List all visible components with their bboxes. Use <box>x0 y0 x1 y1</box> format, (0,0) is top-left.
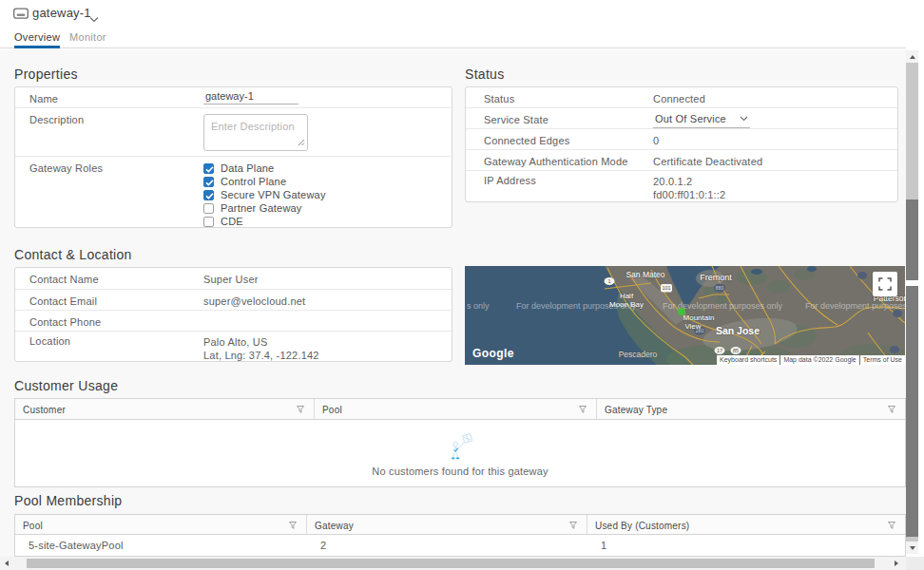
terms-of-use-link[interactable]: Terms of Use <box>860 355 905 365</box>
tab-bar: Overview Monitor <box>0 28 906 48</box>
role-partner-gateway[interactable]: Partner Gateway <box>203 201 326 215</box>
scrollbar-thumb[interactable] <box>906 200 918 280</box>
resize-handle-icon[interactable] <box>298 137 305 148</box>
description-row: Description Enter Description <box>15 107 452 156</box>
customer-usage-empty: No customers found for this gateway <box>15 420 905 486</box>
table-row[interactable]: 5-site-GatewayPool 2 1 <box>15 535 905 556</box>
description-label: Description <box>15 108 203 156</box>
keyboard-shortcuts-link[interactable]: Keyboard shortcuts <box>717 355 780 365</box>
location-map[interactable]: 1 101 880 280 17 85 San Mateo <box>465 266 905 365</box>
role-control-plane[interactable]: Control Plane <box>203 175 326 188</box>
filter-icon[interactable] <box>288 521 298 532</box>
gateway-cell: 2 <box>307 535 587 556</box>
service-state-select[interactable]: Out Of Service <box>653 113 750 128</box>
used-by-cell: 1 <box>587 535 905 556</box>
filter-icon[interactable] <box>887 521 896 532</box>
column-customer[interactable]: Customer <box>15 399 315 419</box>
location-row: Location Palo Alto, US Lat, Lng: 37.4, -… <box>15 331 452 363</box>
pool-membership-heading: Pool Membership <box>14 493 122 508</box>
column-gateway-type[interactable]: Gateway Type <box>597 399 905 419</box>
contact-panel: Contact Name Super User Contact Email su… <box>14 267 452 362</box>
svg-text:85: 85 <box>733 348 739 353</box>
svg-text:San Mateo: San Mateo <box>626 270 664 279</box>
google-logo[interactable]: Google <box>472 347 514 360</box>
column-pool[interactable]: Pool <box>315 399 597 419</box>
ip-address-row: IP Address 20.0.1.2 fd00:ff01:0:1::2 <box>466 170 897 203</box>
name-input[interactable] <box>203 90 298 104</box>
checkbox-checked-icon[interactable] <box>203 177 214 187</box>
column-used-by[interactable]: Used By (Customers) <box>587 515 905 534</box>
description-textarea[interactable]: Enter Description <box>203 114 308 151</box>
location-latlng: Lat, Lng: 37.4, -122.142 <box>203 349 319 362</box>
name-row: Name <box>15 87 452 107</box>
role-secure-vpn-gateway[interactable]: Secure VPN Gateway <box>203 188 326 201</box>
scroll-up-button[interactable] <box>906 50 918 63</box>
checkbox-checked-icon[interactable] <box>203 163 214 174</box>
scrollbar-track[interactable] <box>906 63 918 200</box>
chevron-down-icon <box>740 116 748 122</box>
svg-text:Fremont: Fremont <box>700 273 732 282</box>
customer-usage-heading: Customer Usage <box>14 378 118 393</box>
properties-heading: Properties <box>14 66 78 82</box>
checkbox-checked-icon[interactable] <box>203 190 214 200</box>
fullscreen-button[interactable] <box>873 272 897 296</box>
status-row: Status Connected <box>466 87 897 107</box>
page-title: gateway-1 <box>32 6 91 20</box>
tab-overview[interactable]: Overview <box>14 31 60 48</box>
name-label: Name <box>15 87 203 107</box>
filter-icon[interactable] <box>887 405 896 416</box>
role-data-plane[interactable]: Data Plane <box>203 162 326 175</box>
contact-name-value: Super User <box>203 268 259 289</box>
filter-icon[interactable] <box>296 405 305 416</box>
gateway-icon <box>13 7 29 24</box>
map-marker <box>678 308 685 315</box>
svg-text:880: 880 <box>716 285 724 291</box>
customer-usage-table: Customer Pool Gateway Type <box>14 398 906 487</box>
overview-content: Properties Name Description Enter Descri… <box>0 49 906 557</box>
column-pool[interactable]: Pool <box>15 515 307 534</box>
svg-text:1: 1 <box>607 278 610 284</box>
map-attribution: Keyboard shortcuts Map data ©2022 Google… <box>716 355 905 365</box>
column-gateway[interactable]: Gateway <box>307 515 587 534</box>
svg-text:Mountain: Mountain <box>683 314 715 322</box>
gateway-auth-mode-value: Certificate Deactivated <box>653 150 762 170</box>
ip-address-v4: 20.0.1.2 <box>653 175 725 188</box>
svg-text:Pescadero: Pescadero <box>619 350 658 359</box>
status-value: Connected <box>653 87 705 107</box>
chevron-down-icon[interactable] <box>89 10 99 27</box>
horizontal-scrollbar[interactable] <box>0 557 906 570</box>
contact-phone-row: Contact Phone <box>15 310 452 331</box>
gateway-roles-row: Gateway Roles Data Plane Control Plane S… <box>15 156 452 229</box>
svg-text:View: View <box>684 322 701 331</box>
filter-icon[interactable] <box>568 521 578 532</box>
vertical-scrollbar[interactable] <box>906 50 918 554</box>
scroll-right-button[interactable] <box>890 557 903 570</box>
location-city: Palo Alto, US <box>203 335 319 349</box>
svg-text:Half: Half <box>620 292 634 300</box>
pool-membership-table: Pool Gateway Used By (Customers) 5-site-… <box>14 514 906 557</box>
description-placeholder: Enter Description <box>211 121 295 132</box>
svg-text:17: 17 <box>717 348 722 353</box>
role-cde[interactable]: CDE <box>203 215 326 228</box>
contact-email-value: super@velocloud.net <box>203 290 305 310</box>
scrollbar-thumb[interactable] <box>906 286 918 537</box>
scroll-left-button[interactable] <box>0 557 13 570</box>
pool-membership-header: Pool Gateway Used By (Customers) <box>15 515 905 535</box>
map-data-label: Map data ©2022 Google <box>780 355 858 365</box>
connected-edges-row: Connected Edges 0 <box>466 128 897 149</box>
svg-text:San Jose: San Jose <box>716 325 760 336</box>
customer-usage-header: Customer Pool Gateway Type <box>15 399 905 420</box>
svg-text:For development purposes only: For development purposes only <box>516 301 637 311</box>
svg-text:s only: s only <box>467 301 490 311</box>
properties-panel: Name Description Enter Description <box>14 86 452 228</box>
svg-text:For development purposes only: For development purposes only <box>805 301 905 311</box>
connected-edges-value: 0 <box>653 129 659 149</box>
status-panel: Status Connected Service State Out Of Se… <box>465 86 898 202</box>
checkbox-unchecked-icon[interactable] <box>203 203 214 214</box>
scroll-down-button[interactable] <box>906 542 918 554</box>
tab-monitor[interactable]: Monitor <box>69 31 106 48</box>
gateway-auth-mode-row: Gateway Authentication Mode Certificate … <box>466 149 897 170</box>
scrollbar-thumb[interactable] <box>27 559 875 568</box>
filter-icon[interactable] <box>578 405 587 416</box>
checkbox-unchecked-icon[interactable] <box>203 217 214 227</box>
